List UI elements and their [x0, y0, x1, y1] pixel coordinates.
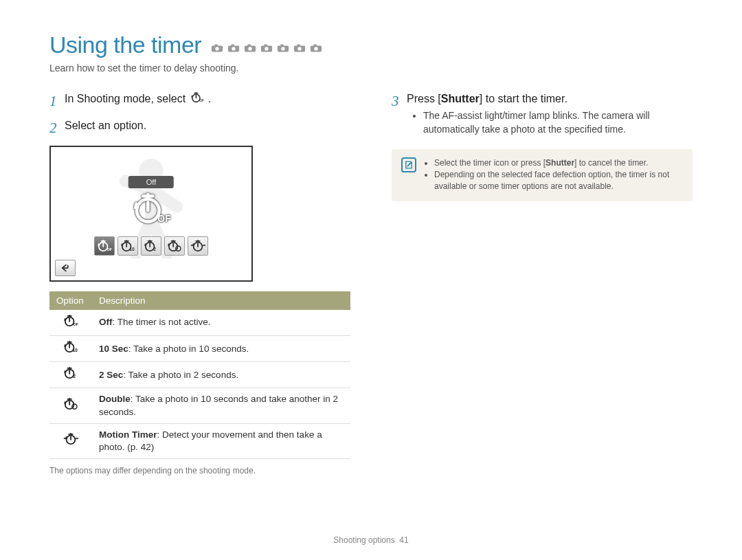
screen-option-timer-off[interactable]: [94, 236, 115, 256]
step-number: 2: [49, 118, 59, 138]
step-1: 1 In Shooting mode, select .: [49, 91, 350, 111]
timer-double-icon: [49, 388, 92, 423]
table-row: 2 Sec: Take a photo in 2 seconds.: [49, 362, 350, 388]
mode-icon: [310, 43, 322, 53]
timer-motion-icon: [49, 423, 92, 458]
timer-2-icon: [49, 362, 92, 388]
table-row: Double: Take a photo in 10 seconds and t…: [49, 388, 350, 423]
mode-icon: [211, 43, 223, 53]
options-note: The options may differ depending on the …: [49, 466, 350, 475]
page-footer: Shooting options 41: [0, 535, 742, 545]
left-column: 1 In Shooting mode, select . 2 Select an…: [49, 91, 350, 475]
screen-option-timer-double[interactable]: [164, 236, 185, 256]
table-row: Motion Timer: Detect your movement and t…: [49, 423, 350, 458]
step-text: Press [Shutter] to start the timer.: [407, 93, 567, 104]
timer-10-icon: [49, 336, 92, 362]
screen-option-timer-motion[interactable]: [188, 236, 208, 256]
footer-section: Shooting options: [333, 535, 394, 545]
table-row: 10 Sec: Take a photo in 10 seconds.: [49, 336, 350, 362]
screen-selected-icon: [132, 190, 170, 228]
right-column: 3 Press [Shutter] to start the timer. Th…: [392, 91, 693, 475]
mode-icon: [244, 43, 256, 53]
mode-icon: [277, 43, 289, 53]
info-item: Select the timer icon or press [Shutter]…: [434, 157, 683, 169]
table-desc: Double: Take a photo in 10 seconds and t…: [92, 388, 350, 423]
step-2: 2 Select an option.: [49, 118, 350, 138]
screen-back-button[interactable]: [55, 260, 76, 276]
step-text: Select an option.: [65, 118, 350, 138]
page-header: Using the timer: [49, 32, 693, 58]
mode-icon: [260, 43, 273, 53]
page-subtitle: Learn how to set the timer to delay shoo…: [49, 63, 693, 74]
info-box: Select the timer icon or press [Shutter]…: [392, 149, 693, 201]
note-icon: [401, 157, 416, 172]
mode-icon: [293, 43, 306, 53]
options-table: Option Description Off: The timer is not…: [49, 291, 350, 460]
step-number: 1: [49, 91, 59, 111]
screen-option-timer-2[interactable]: [141, 236, 161, 256]
step-3: 3 Press [Shutter] to start the timer. Th…: [392, 91, 693, 139]
step-bullet-list: The AF-assist light/timer lamp blinks. T…: [418, 109, 693, 136]
footer-page: 41: [399, 535, 408, 545]
mode-icon: [227, 43, 240, 53]
step-body: Press [Shutter] to start the timer. The …: [407, 91, 693, 139]
info-list: Select the timer icon or press [Shutter]…: [434, 157, 683, 193]
table-desc: Motion Timer: Detect your movement and t…: [92, 423, 350, 458]
timer-off-icon: [190, 92, 204, 107]
info-item: Depending on the selected face defection…: [434, 169, 683, 193]
page-title: Using the timer: [49, 32, 201, 58]
screen-option-label: Off: [128, 176, 174, 188]
step-text: In Shooting mode, select .: [65, 91, 350, 111]
mode-icon-row: [211, 43, 322, 57]
screen-option-timer-10[interactable]: [117, 236, 138, 256]
table-desc: 10 Sec: Take a photo in 10 seconds.: [92, 336, 350, 362]
table-desc: Off: The timer is not active.: [92, 310, 350, 336]
table-header-option: Option: [49, 291, 92, 310]
camera-screen-diagram: Off: [49, 146, 253, 282]
table-header-description: Description: [92, 291, 350, 310]
table-desc: 2 Sec: Take a photo in 2 seconds.: [92, 362, 350, 388]
timer-off-icon: [49, 310, 92, 336]
step-bullet: The AF-assist light/timer lamp blinks. T…: [423, 109, 693, 136]
table-row: Off: The timer is not active.: [49, 310, 350, 336]
step-number: 3: [392, 91, 401, 139]
screen-option-row: [94, 236, 208, 256]
